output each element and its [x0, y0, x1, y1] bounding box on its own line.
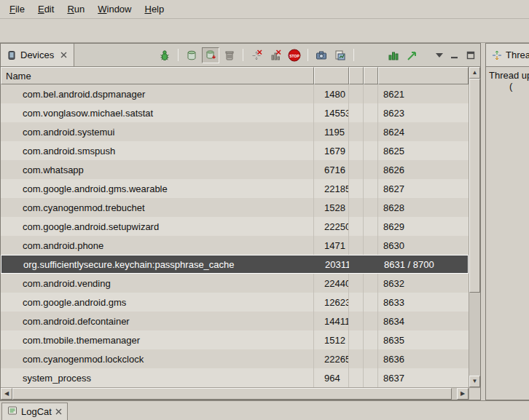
table-row[interactable]: com.whatsapp67168626 — [1, 160, 469, 179]
view-menu-icon[interactable] — [433, 47, 446, 63]
column-header-pid[interactable] — [314, 67, 349, 84]
process-pid: 1471 — [314, 236, 349, 255]
process-name: com.google.android.gms.wearable — [1, 179, 314, 198]
table-row[interactable]: com.tmobile.thememanager15128635 — [1, 330, 469, 349]
devices-toolbar: STOP — [156, 44, 480, 66]
minimize-icon[interactable] — [447, 47, 462, 63]
process-port: 8624 — [378, 122, 469, 141]
system-info-icon[interactable] — [332, 47, 349, 63]
menu-window[interactable]: Window — [91, 1, 138, 17]
process-pid: 22265 — [314, 349, 349, 368]
column-header-port[interactable] — [378, 67, 469, 84]
table-row[interactable]: com.android.defcontainer144118634 — [1, 312, 469, 330]
empty-cell — [349, 160, 364, 179]
process-pid: 1195 — [314, 122, 349, 141]
scroll-right-button[interactable]: ▶ — [457, 388, 469, 400]
dump-hprof-icon[interactable] — [202, 47, 219, 63]
empty-cell — [364, 179, 378, 198]
toolbar-separator — [307, 49, 308, 61]
empty-cell — [364, 160, 378, 179]
process-pid: 964 — [314, 368, 349, 387]
table-row[interactable]: system_process9648637 — [1, 368, 469, 387]
tab-logcat-label: LogCat — [21, 406, 52, 417]
menu-help[interactable]: Help — [138, 1, 171, 17]
menu-edit[interactable]: Edit — [31, 1, 60, 17]
tab-threads[interactable]: Threads — [486, 44, 529, 66]
allocation-tracker-icon[interactable] — [385, 47, 402, 63]
close-icon[interactable] — [55, 406, 62, 417]
process-port: 8630 — [378, 236, 469, 255]
table-row[interactable]: com.android.smspush16798625 — [1, 141, 469, 160]
process-name: com.android.defcontainer — [1, 312, 314, 330]
process-name: org.sufficientlysecure.keychain:passphra… — [1, 255, 315, 273]
devices-view: Devices STOP Name — [0, 43, 481, 400]
opengl-trace-icon[interactable] — [404, 47, 421, 63]
method-profiling-icon[interactable] — [267, 47, 284, 63]
tab-threads-label: Threads — [506, 49, 529, 60]
table-row[interactable]: org.sufficientlysecure.keychain:passphra… — [1, 255, 469, 274]
empty-cell — [364, 236, 378, 255]
table-row[interactable]: com.android.systemui11958624 — [1, 122, 469, 141]
menu-file[interactable]: File — [3, 1, 31, 17]
table-row[interactable]: com.bel.android.dspmanager14808621 — [1, 84, 469, 103]
update-threads-icon[interactable] — [248, 47, 265, 63]
menu-run[interactable]: Run — [60, 1, 91, 17]
process-port: 8629 — [378, 217, 469, 236]
process-port: 8626 — [378, 160, 469, 179]
empty-cell — [364, 349, 378, 368]
vertical-scrollbar[interactable]: ▲ ▼ — [469, 67, 480, 387]
tab-logcat[interactable]: LogCat — [1, 403, 68, 420]
table-row[interactable]: com.vonglasow.michael.satstat145538623 — [1, 103, 469, 122]
ddms-window: FileEditRunWindowHelp Devices STOP — [0, 0, 529, 420]
empty-cell — [349, 103, 364, 122]
horizontal-scrollbar[interactable]: ◀ ▶ — [1, 388, 469, 400]
toolbar-separator — [353, 49, 354, 61]
vertical-scroll-track[interactable] — [469, 79, 480, 376]
process-port: 8631 / 8700 — [379, 255, 468, 273]
table-row[interactable]: com.google.android.gms126238633 — [1, 293, 469, 312]
scroll-up-button[interactable]: ▲ — [469, 67, 480, 79]
column-header-name[interactable]: Name — [1, 67, 314, 84]
column-header-blank2[interactable] — [364, 67, 378, 84]
process-port: 8632 — [378, 274, 469, 293]
table-row[interactable]: com.google.android.gms.wearable221858627 — [1, 179, 469, 198]
process-pid: 22440 — [314, 274, 349, 293]
horizontal-scroll-track[interactable] — [12, 388, 457, 400]
table-header: Name — [1, 67, 469, 84]
maximize-icon[interactable] — [463, 47, 478, 63]
scroll-down-button[interactable]: ▼ — [469, 376, 480, 387]
process-port: 8623 — [378, 103, 469, 122]
screen-capture-icon[interactable] — [313, 47, 330, 63]
close-icon[interactable] — [60, 51, 68, 59]
table-row[interactable]: com.cyanogenmod.trebuchet15288628 — [1, 198, 469, 217]
tab-devices-label: Devices — [20, 49, 54, 60]
threads-message-line1: Thread up — [489, 70, 529, 81]
process-port: 8636 — [378, 349, 469, 368]
update-heap-icon[interactable] — [183, 47, 200, 63]
empty-cell — [349, 274, 364, 293]
svg-text:STOP: STOP — [289, 53, 299, 58]
stop-process-icon[interactable]: STOP — [286, 47, 303, 63]
debug-process-icon[interactable] — [156, 47, 173, 63]
process-port: 8633 — [378, 293, 469, 312]
empty-cell — [349, 349, 364, 368]
column-header-blank1[interactable] — [349, 67, 364, 84]
process-port: 8628 — [378, 198, 469, 217]
table-row[interactable]: com.android.phone14718630 — [1, 236, 469, 255]
process-name: com.vonglasow.michael.satstat — [1, 103, 314, 122]
horizontal-scroll-thumb[interactable] — [12, 388, 452, 400]
process-pid: 1679 — [314, 141, 349, 160]
vertical-scroll-thumb[interactable] — [469, 79, 480, 293]
empty-cell — [349, 141, 364, 160]
table-row[interactable]: com.android.vending224408632 — [1, 274, 469, 293]
scroll-left-button[interactable]: ◀ — [1, 388, 12, 400]
process-pid: 22250 — [314, 217, 349, 236]
table-row[interactable]: com.cyanogenmod.lockclock222658636 — [1, 349, 469, 368]
tab-devices[interactable]: Devices — [1, 44, 74, 66]
toolbar-separator — [178, 49, 179, 61]
process-pid: 1480 — [314, 84, 349, 103]
table-row[interactable]: com.google.android.setupwizard222508629 — [1, 217, 469, 236]
cause-gc-icon[interactable] — [221, 47, 238, 63]
empty-cell — [364, 293, 378, 312]
empty-cell — [364, 274, 378, 293]
